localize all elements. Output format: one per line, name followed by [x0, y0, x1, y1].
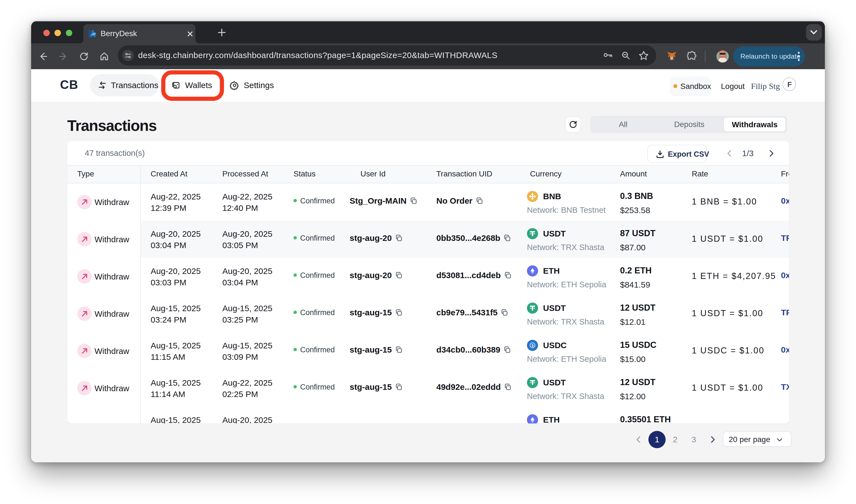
svg-text:$: $	[531, 343, 534, 347]
